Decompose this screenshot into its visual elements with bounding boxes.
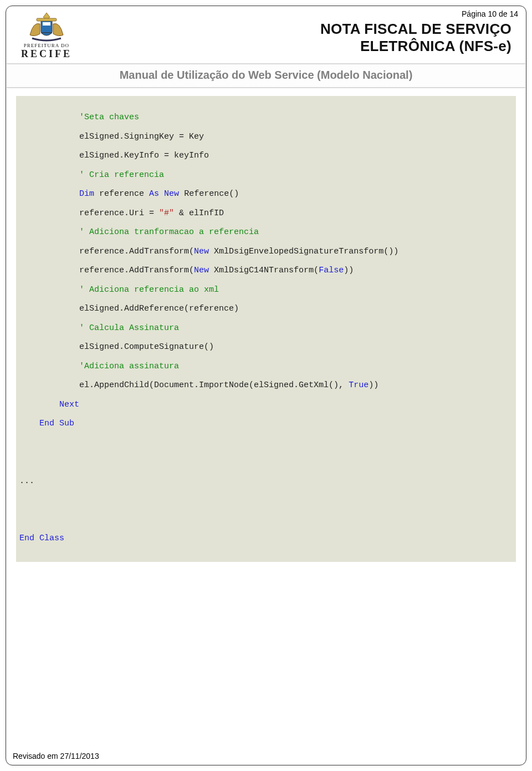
code-text: reference.AddTransform( <box>79 247 194 256</box>
title-block: NOTA FISCAL DE SERVIÇO ELETRÔNICA (NFS-e… <box>77 11 516 55</box>
logo-block: PREFEITURA DO RECIFE <box>16 11 77 60</box>
code-keyword: End <box>19 534 34 543</box>
code-line: elSigned.AddReference(reference) <box>79 304 239 313</box>
code-line: elSigned.SigningKey = Key <box>79 132 204 141</box>
code-text: reference.Uri = <box>79 209 159 218</box>
title-line2: ELETRÔNICA (NFS-e) <box>77 38 511 55</box>
code-text: )) <box>344 266 354 275</box>
code-text: XmlDsigC14NTransform( <box>209 266 319 275</box>
footer-revision: Revisado em 27/11/2013 <box>13 752 99 760</box>
code-keyword: Class <box>39 534 64 543</box>
header: PREFEITURA DO RECIFE NOTA FISCAL DE SERV… <box>6 6 526 63</box>
code-line: elSigned.KeyInfo = keyInfo <box>79 151 209 160</box>
title-line1: NOTA FISCAL DE SERVIÇO <box>77 21 511 38</box>
subtitle-bar: Manual de Utilização do Web Service (Mod… <box>7 63 525 88</box>
code-text: el.AppendChild(Document.ImportNode(elSig… <box>79 381 349 390</box>
code-text: )) <box>369 381 378 390</box>
logo-text: PREFEITURA DO RECIFE <box>21 43 72 60</box>
code-string: "#" <box>159 209 174 218</box>
code-text: & elInfID <box>174 209 224 218</box>
code-comment: 'Adiciona assinatura <box>79 362 179 371</box>
svg-rect-1 <box>43 22 50 26</box>
logo-line2: RECIFE <box>21 48 72 60</box>
code-keyword: Sub <box>59 419 74 428</box>
code-keyword: New <box>194 266 209 275</box>
page-number: Página 10 de 14 <box>462 9 518 18</box>
code-text <box>54 419 59 428</box>
code-keyword: As <box>149 189 159 199</box>
code-text: reference <box>94 189 149 199</box>
code-keyword: New <box>194 247 209 256</box>
code-keyword: New <box>164 189 179 199</box>
code-comment: 'Seta chaves <box>79 113 139 122</box>
code-text: XmlDsigEnvelopedSignatureTransform()) <box>209 247 398 256</box>
code-comment: ' Adiciona referencia ao xml <box>79 285 219 295</box>
code-text: reference.AddTransform( <box>79 266 194 275</box>
code-comment: ' Adiciona tranformacao a referencia <box>79 227 259 237</box>
code-text: ... <box>19 476 34 486</box>
code-block: 'Seta chaves elSigned.SigningKey = Key e… <box>16 96 516 562</box>
code-comment: ' Cria referencia <box>79 170 164 180</box>
code-line: elSigned.ComputeSignature() <box>79 342 214 352</box>
code-keyword: False <box>319 266 344 275</box>
logo-line1: PREFEITURA DO <box>21 43 72 48</box>
recife-crest-icon <box>24 11 69 42</box>
code-keyword: True <box>349 381 369 390</box>
page-frame: Página 10 de 14 PREFEITURA DO RECIFE NOT… <box>6 6 526 765</box>
code-comment: ' Calcula Assinatura <box>79 323 179 333</box>
code-text <box>34 534 39 543</box>
subtitle-text: Manual de Utilização do Web Service (Mod… <box>120 69 413 81</box>
code-text: Reference() <box>179 189 239 199</box>
code-keyword: Dim <box>79 189 94 199</box>
code-keyword: End <box>39 419 54 428</box>
svg-rect-2 <box>37 18 57 21</box>
code-keyword: Next <box>59 400 79 409</box>
code-text <box>159 189 164 199</box>
